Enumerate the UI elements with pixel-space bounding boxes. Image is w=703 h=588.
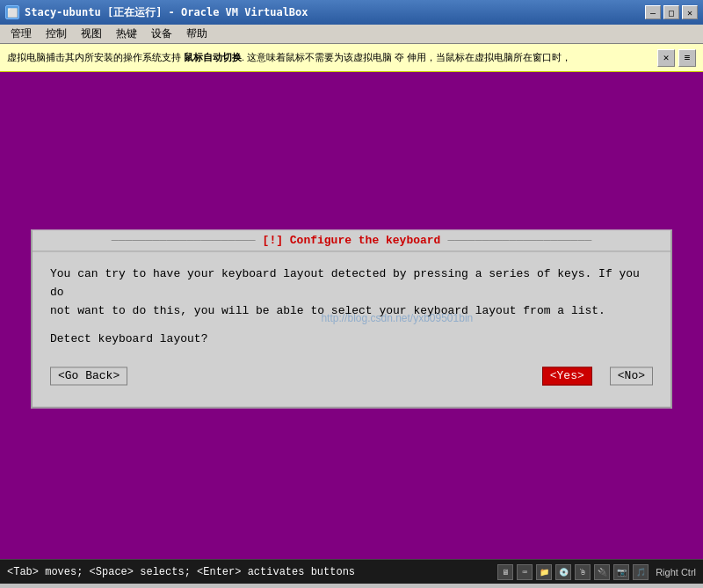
minimize-button[interactable]: — xyxy=(645,5,661,19)
status-icon-2[interactable]: ⌨ xyxy=(517,564,533,580)
dialog-title-text: [!] Configure the keyboard xyxy=(263,234,441,247)
menu-item-热键[interactable]: 热键 xyxy=(109,25,144,43)
right-ctrl-label: Right Ctrl xyxy=(656,567,696,577)
statusbar-right: 🖥 ⌨ 📁 💿 🖱 🔌 📷 🎵 Right Ctrl xyxy=(497,564,696,580)
dialog-question-row: Detect keyboard layout? http://blog.csdn… xyxy=(50,331,653,350)
dialog-title-dash-right: ————————————————————— xyxy=(447,234,591,247)
titlebar: ⬜ Stacy-ubuntu [正在运行] - Oracle VM Virtua… xyxy=(0,0,703,25)
notify-menu-button[interactable]: ≡ xyxy=(678,49,696,67)
menu-item-管理[interactable]: 管理 xyxy=(4,25,39,43)
menu-item-控制[interactable]: 控制 xyxy=(39,25,74,43)
titlebar-buttons: — □ ✕ xyxy=(645,5,698,19)
dialog-body-line2: not want to do this, you will be able to… xyxy=(50,302,653,321)
window-title: Stacy-ubuntu [正在运行] - Oracle VM VirtualB… xyxy=(25,5,308,20)
statusbar-text: <Tab> moves; <Space> selects; <Enter> ac… xyxy=(7,566,355,578)
dialog-buttons: <Go Back> <Yes> <No> xyxy=(50,367,653,393)
vm-screen[interactable]: ————————————————————— [!] Configure the … xyxy=(0,72,703,559)
notify-icons: ✕ ≡ xyxy=(657,49,696,67)
status-icon-1[interactable]: 🖥 xyxy=(497,564,513,580)
no-button[interactable]: <No> xyxy=(610,367,653,386)
menu-item-视图[interactable]: 视图 xyxy=(74,25,109,43)
dialog-body-line1: You can try to have your keyboard layout… xyxy=(50,265,653,302)
titlebar-left: ⬜ Stacy-ubuntu [正在运行] - Oracle VM Virtua… xyxy=(5,5,308,20)
dialog-content: You can try to have your keyboard layout… xyxy=(33,251,670,406)
notification-bar: 虚拟电脑捕击其内所安装的操作系统支持 鼠标自动切换. 这意味着鼠标不需要为该虚拟… xyxy=(0,44,703,72)
notify-text-bold: 鼠标自动切换 xyxy=(184,52,242,62)
dialog-title-dash-left: ————————————————————— xyxy=(112,234,256,247)
status-icon-3[interactable]: 📁 xyxy=(536,564,552,580)
go-back-button[interactable]: <Go Back> xyxy=(50,367,127,386)
dialog-titlebar: ————————————————————— [!] Configure the … xyxy=(33,230,670,251)
virtualbox-icon: ⬜ xyxy=(5,5,19,19)
status-icon-4[interactable]: 💿 xyxy=(555,564,571,580)
statusbar: <Tab> moves; <Space> selects; <Enter> ac… xyxy=(0,559,703,584)
notify-text-part1: 虚拟电脑捕击其内所安装的操作系统支持 xyxy=(7,52,184,62)
status-icon-8[interactable]: 🎵 xyxy=(633,564,649,580)
menubar: 管理控制视图热键设备帮助 xyxy=(0,25,703,44)
dialog-question-text: Detect keyboard layout? xyxy=(50,331,207,350)
status-icon-7[interactable]: 📷 xyxy=(613,564,629,580)
status-icon-5[interactable]: 🖱 xyxy=(575,564,591,580)
dialog-body-text: You can try to have your keyboard layout… xyxy=(50,265,653,320)
menu-item-帮助[interactable]: 帮助 xyxy=(179,25,214,43)
status-icon-6[interactable]: 🔌 xyxy=(594,564,610,580)
configure-keyboard-dialog: ————————————————————— [!] Configure the … xyxy=(31,229,672,408)
notify-close-button[interactable]: ✕ xyxy=(657,49,675,67)
close-button[interactable]: ✕ xyxy=(682,5,698,19)
notify-text: 虚拟电脑捕击其内所安装的操作系统支持 鼠标自动切换. 这意味着鼠标不需要为该虚拟… xyxy=(7,51,657,64)
menu-item-设备[interactable]: 设备 xyxy=(144,25,179,43)
yes-button[interactable]: <Yes> xyxy=(542,367,592,386)
notify-text-part2: . 这意味着鼠标不需要为该虚拟电脑 夺 伸用，当鼠标在虚拟电脑所在窗口时， xyxy=(242,52,571,62)
maximize-button[interactable]: □ xyxy=(663,5,679,19)
